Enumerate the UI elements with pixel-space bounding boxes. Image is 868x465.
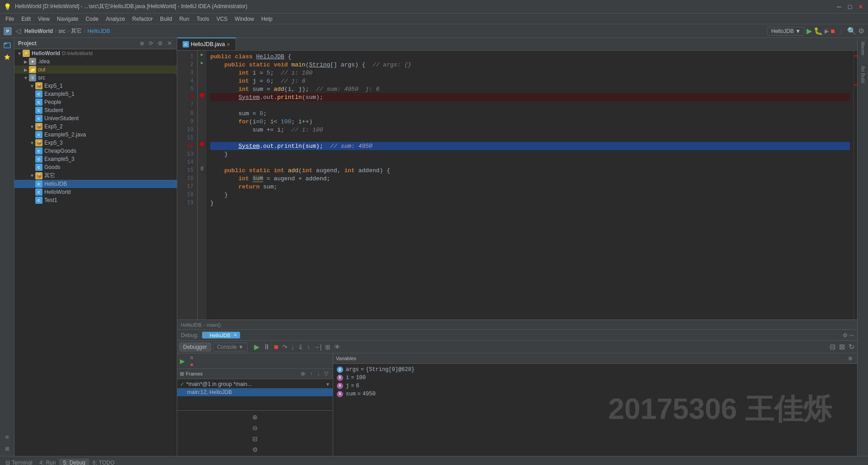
menu-vcs[interactable]: VCS xyxy=(213,15,231,23)
stop-button[interactable]: ■ xyxy=(830,27,835,35)
tree-item-hellojdb[interactable]: C HelloJDB xyxy=(14,180,177,188)
close-button[interactable]: ✕ xyxy=(857,3,864,10)
right-icon-artbuild[interactable]: Art Build xyxy=(859,64,866,85)
debug-session-tab[interactable]: ⬡ HelloJDB ✕ xyxy=(202,332,240,338)
var-sum[interactable]: b sum = 4950 xyxy=(337,390,854,398)
menu-view[interactable]: View xyxy=(34,15,53,23)
breadcrumb-src[interactable]: src xyxy=(58,28,66,34)
run-to-cursor-button[interactable]: →| xyxy=(313,342,323,352)
frame-up-btn[interactable]: ↑ xyxy=(308,370,314,378)
frame-expand-btn[interactable]: ⊕ xyxy=(299,370,307,378)
code-content[interactable]: public class HelloJDB { public static vo… xyxy=(207,51,854,319)
stop-debug-button[interactable]: ■ xyxy=(273,342,279,352)
tree-root[interactable]: ▼ P HelloWorld D:\HelloWorld xyxy=(14,49,177,57)
step-into-button[interactable]: ↓ xyxy=(290,342,295,352)
frame-thread[interactable]: ✓ *main*@1 in group *main... ▼ xyxy=(177,380,333,388)
frame-settings-btn[interactable]: ⚙ xyxy=(250,445,260,454)
tool-tab-run[interactable]: 4: Run xyxy=(36,459,59,465)
debug-session-close[interactable]: ✕ xyxy=(233,332,237,338)
menu-run[interactable]: Run xyxy=(176,15,193,23)
tree-item-example51[interactable]: C Example5_1 xyxy=(14,90,177,98)
thread-dropdown-icon[interactable]: ▼ xyxy=(326,382,330,387)
menu-code[interactable]: Code xyxy=(82,15,102,23)
debug-pause-left[interactable]: ⏸ xyxy=(189,354,195,361)
layout2-button[interactable]: ⊠ xyxy=(838,342,846,352)
menu-refactor[interactable]: Refactor xyxy=(129,15,156,23)
tree-item-student[interactable]: C Student xyxy=(14,106,177,114)
tree-item-src[interactable]: ▼ S src xyxy=(14,74,177,82)
tree-arrow-src[interactable]: ▼ xyxy=(23,75,29,80)
menu-analyze[interactable]: Analyze xyxy=(102,15,129,23)
minimize-button[interactable]: ─ xyxy=(835,3,843,10)
step-over-button[interactable]: ↷ xyxy=(281,342,288,352)
code-editor[interactable]: 1 2 3 4 5 6 7 8 9 10 11 12 13 14 15 16 1… xyxy=(177,51,857,319)
menu-navigate[interactable]: Navigate xyxy=(53,15,82,23)
var-args[interactable]: p args = {String[0]@628} xyxy=(337,366,854,374)
tree-item-exp51[interactable]: ▼ 📦 Exp5_1 xyxy=(14,82,177,90)
tree-item-test1[interactable]: C Test1 xyxy=(14,196,177,204)
project-settings-icon[interactable]: ⚙ xyxy=(156,40,164,47)
search-button[interactable]: 🔍 xyxy=(847,27,856,35)
tree-item-idea[interactable]: ▶ ● .idea xyxy=(14,57,177,66)
project-close-icon[interactable]: ✕ xyxy=(166,40,173,47)
maximize-button[interactable]: □ xyxy=(846,3,854,10)
tree-arrow-root[interactable]: ▼ xyxy=(16,51,23,56)
step-out-button[interactable]: ↑ xyxy=(306,342,311,352)
bp-dot-12[interactable] xyxy=(200,142,204,146)
debug-minimize-icon[interactable]: ─ xyxy=(849,332,854,338)
tree-item-exp53[interactable]: ▼ 📦 Exp5_3 xyxy=(14,139,177,147)
tree-arrow-exp52[interactable]: ▼ xyxy=(29,124,35,129)
tree-item-goods[interactable]: C Goods xyxy=(14,163,177,171)
debug-stop-left[interactable]: ■ xyxy=(189,361,195,367)
sidebar-icon-hierarchy[interactable]: ⊞ xyxy=(2,443,13,454)
tree-arrow-idea[interactable]: ▶ xyxy=(23,59,29,64)
sidebar-icon-bookmarks[interactable]: ⭐ xyxy=(2,52,13,62)
tool-tab-terminal[interactable]: ⊟ Terminal xyxy=(2,459,36,465)
frame-main12[interactable]: main:12, HelloJDB xyxy=(177,388,333,396)
frame-filter-btn[interactable]: ▽ xyxy=(322,370,330,378)
tree-item-exp52[interactable]: ▼ 📦 Exp5_2 xyxy=(14,122,177,131)
nav-back[interactable]: ◁ xyxy=(14,26,23,36)
tool-tab-todo[interactable]: 6: TODO xyxy=(89,459,118,465)
variables-add-btn[interactable]: ⊕ xyxy=(846,354,854,362)
menu-help[interactable]: Help xyxy=(258,15,276,23)
tree-arrow-out[interactable]: ▶ xyxy=(23,67,29,72)
menu-edit[interactable]: Edit xyxy=(18,15,34,23)
run-button[interactable]: ▶ xyxy=(807,27,812,35)
sidebar-icon-project[interactable] xyxy=(2,40,13,51)
resume-button[interactable]: ▶ xyxy=(253,342,260,352)
tree-item-cheapgoods[interactable]: C CheapGoods xyxy=(14,147,177,155)
bc-hellojdb[interactable]: HelloJDB xyxy=(181,322,202,328)
tree-arrow-exp53[interactable]: ▼ xyxy=(29,141,35,146)
tree-arrow-exp51[interactable]: ▼ xyxy=(29,84,35,89)
debug-resume-left[interactable]: ▶ xyxy=(179,357,186,366)
pause-button[interactable]: ⏸ xyxy=(262,342,271,352)
frame-add-btn[interactable]: ⊕ xyxy=(250,413,259,422)
tree-item-universtudent[interactable]: C UniverStudent xyxy=(14,114,177,122)
console-tab[interactable]: Console ▼ xyxy=(213,343,248,352)
evaluate-button[interactable]: ⊞ xyxy=(324,342,331,352)
breadcrumb-folder[interactable]: 其它 xyxy=(71,27,82,35)
project-sync-icon[interactable]: ⟳ xyxy=(147,40,155,47)
breadcrumb-project[interactable]: HelloWorld xyxy=(24,28,53,34)
tree-item-helloworld[interactable]: C HelloWorld xyxy=(14,188,177,196)
settings2-button[interactable]: ↻ xyxy=(848,342,855,352)
right-icon-maven[interactable]: Maven xyxy=(859,40,866,57)
tree-item-qita[interactable]: ▼ 📦 其它 xyxy=(14,171,177,180)
frame-down-btn[interactable]: ↓ xyxy=(315,370,321,378)
tab-close-hellojdb[interactable]: ✕ xyxy=(226,42,230,47)
var-j[interactable]: b j = 6 xyxy=(337,382,854,390)
layout-button[interactable]: ⊟ xyxy=(829,342,836,352)
tool-tab-debug[interactable]: 5: Debug xyxy=(59,459,89,465)
debug-button[interactable]: 🐛 xyxy=(814,27,823,35)
watch-button[interactable]: 👁 xyxy=(333,342,341,352)
menu-tools[interactable]: Tools xyxy=(193,15,213,23)
breadcrumb-file[interactable]: HelloJDB xyxy=(87,28,110,34)
debug-settings-icon[interactable]: ⚙ xyxy=(843,332,848,338)
debugger-tab[interactable]: Debugger xyxy=(179,343,211,352)
tree-item-example53[interactable]: C Example5_3 xyxy=(14,155,177,163)
menu-file[interactable]: File xyxy=(2,15,18,23)
tree-item-out[interactable]: ▶ 📁 out xyxy=(14,66,177,74)
settings-button[interactable]: ⚙ xyxy=(858,27,864,35)
tab-hellojdb[interactable]: C HelloJDB.java ✕ xyxy=(177,38,236,50)
